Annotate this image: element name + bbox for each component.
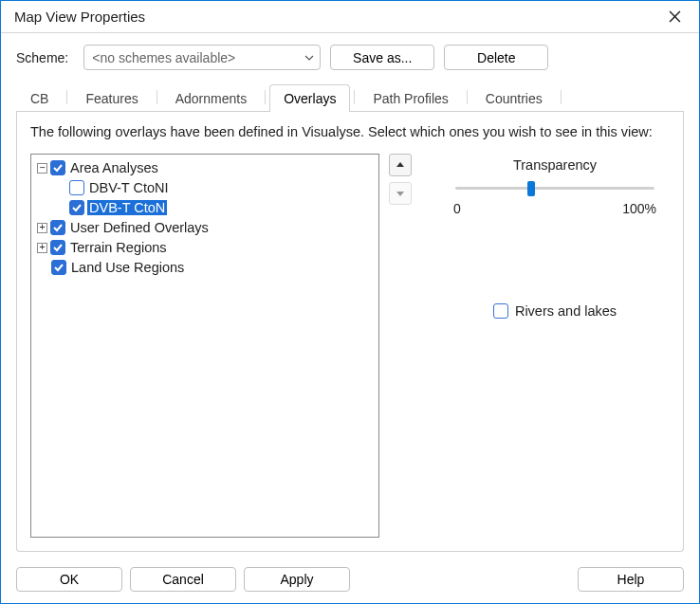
- apply-button[interactable]: Apply: [244, 567, 350, 592]
- tree-node-area-analyses[interactable]: − Area Analyses: [33, 158, 377, 178]
- arrow-up-icon: [396, 160, 405, 170]
- checkbox[interactable]: [69, 180, 84, 195]
- tab-divider: [66, 90, 67, 104]
- scheme-label: Scheme:: [16, 50, 68, 65]
- slider-labels: 0 100%: [453, 201, 656, 216]
- titlebar: Map View Properties: [1, 1, 699, 33]
- dialog-footer: OK Cancel Apply Help: [1, 559, 699, 603]
- move-down-button[interactable]: [389, 182, 412, 205]
- checkbox[interactable]: [50, 160, 65, 175]
- chevron-down-icon: [304, 50, 314, 65]
- tree-node-dbv-t-ctoni[interactable]: DBV-T CtoNI: [33, 178, 377, 198]
- tab-divider: [265, 90, 266, 104]
- tab-bar: CB Features Adornments Overlays Path Pro…: [16, 83, 684, 112]
- tab-countries[interactable]: Countries: [471, 84, 557, 112]
- collapse-icon[interactable]: −: [37, 163, 47, 174]
- tab-cb[interactable]: CB: [16, 84, 63, 112]
- tab-overlays[interactable]: Overlays: [269, 84, 350, 112]
- tree-node-terrain[interactable]: + Terrain Regions: [33, 238, 377, 258]
- scheme-dropdown-text: <no schemes available>: [92, 50, 235, 65]
- checkbox[interactable]: [51, 260, 66, 275]
- tab-divider: [157, 90, 157, 104]
- checkbox[interactable]: [50, 240, 65, 255]
- tab-adornments[interactable]: Adornments: [161, 84, 261, 112]
- expand-icon[interactable]: +: [37, 243, 47, 253]
- close-icon: [669, 10, 681, 23]
- cancel-button[interactable]: Cancel: [130, 567, 236, 592]
- delete-button[interactable]: Delete: [444, 45, 548, 70]
- reorder-buttons: [389, 154, 412, 538]
- arrow-down-icon: [396, 189, 405, 198]
- transparency-panel: Transparency 0 100% Rivers and lakes: [421, 154, 670, 538]
- tab-divider: [354, 90, 355, 104]
- move-up-button[interactable]: [389, 154, 412, 176]
- tab-divider: [561, 90, 562, 104]
- tree-label: DVB-T CtoN: [87, 200, 167, 215]
- slider-min-label: 0: [453, 201, 461, 216]
- dialog-body: Scheme: <no schemes available> Save as..…: [1, 33, 699, 559]
- tree-node-dvb-t-cton[interactable]: DVB-T CtoN: [33, 198, 377, 218]
- rivers-row: Rivers and lakes: [450, 303, 660, 319]
- tree-node-user-defined[interactable]: + User Defined Overlays: [33, 218, 377, 238]
- tree-label: Terrain Regions: [68, 240, 169, 255]
- transparency-slider[interactable]: [455, 178, 654, 199]
- slider-thumb[interactable]: [527, 181, 535, 196]
- rivers-label: Rivers and lakes: [515, 303, 617, 319]
- slider-track: [455, 187, 654, 190]
- help-button[interactable]: Help: [578, 567, 684, 592]
- overlays-instruction: The following overlays have been defined…: [30, 123, 670, 142]
- close-button[interactable]: [655, 4, 693, 30]
- expand-icon[interactable]: +: [37, 223, 47, 233]
- checkbox[interactable]: [69, 200, 84, 215]
- tree-label: Area Analyses: [68, 160, 160, 175]
- scheme-dropdown[interactable]: <no schemes available>: [83, 45, 321, 70]
- tree-node-landuse[interactable]: Land Use Regions: [33, 258, 377, 278]
- tab-features[interactable]: Features: [71, 84, 152, 112]
- checkbox[interactable]: [50, 220, 65, 235]
- tab-divider: [467, 90, 468, 104]
- slider-max-label: 100%: [622, 201, 656, 216]
- tree-label: Land Use Regions: [69, 260, 186, 275]
- overlays-content: − Area Analyses DBV-T CtoNI DVB-T CtoN: [30, 154, 670, 538]
- rivers-checkbox[interactable]: [493, 303, 508, 319]
- tab-path-profiles[interactable]: Path Profiles: [359, 84, 462, 112]
- save-as-button[interactable]: Save as...: [330, 45, 434, 70]
- tab-page-overlays: The following overlays have been defined…: [16, 112, 684, 552]
- transparency-label: Transparency: [450, 157, 660, 173]
- overlay-tree[interactable]: − Area Analyses DBV-T CtoNI DVB-T CtoN: [30, 154, 379, 538]
- window-title: Map View Properties: [14, 9, 655, 25]
- dialog-window: Map View Properties Scheme: <no schemes …: [0, 0, 700, 604]
- tree-wrap: − Area Analyses DBV-T CtoNI DVB-T CtoN: [30, 154, 379, 538]
- ok-button[interactable]: OK: [16, 567, 122, 592]
- footer-spacer: [358, 567, 570, 592]
- scheme-row: Scheme: <no schemes available> Save as..…: [16, 45, 684, 70]
- tree-label: User Defined Overlays: [68, 220, 211, 235]
- tree-label: DBV-T CtoNI: [87, 180, 171, 195]
